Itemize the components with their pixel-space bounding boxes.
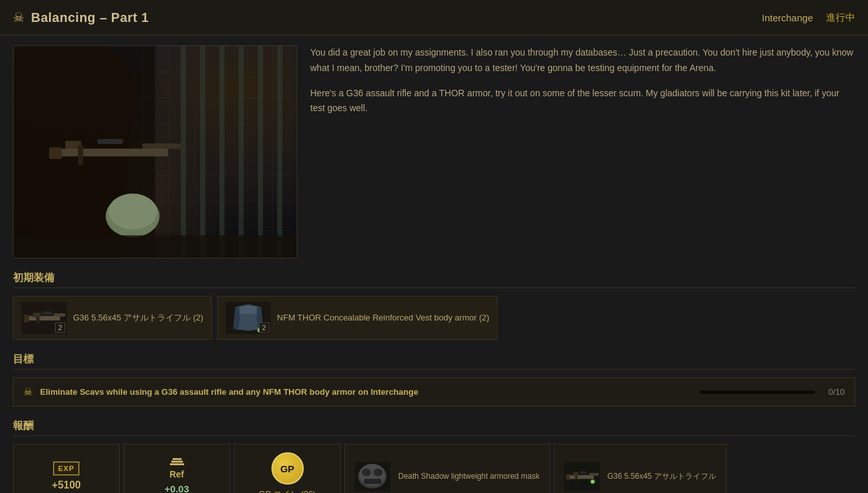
objective-text-0: Eliminate Scavs while using a G36 assaul… (40, 387, 692, 397)
svg-point-15 (108, 194, 157, 230)
ref-label: Ref (169, 469, 184, 479)
svg-rect-3 (219, 46, 224, 258)
svg-rect-31 (589, 473, 598, 476)
mission-paragraph-2: Here's a G36 assault rifle and a THOR ar… (310, 86, 855, 117)
gp-coin-text: GP (281, 463, 295, 474)
svg-rect-16 (14, 235, 296, 258)
svg-rect-21 (24, 315, 29, 322)
reward-gp: GP GP コイン (26) (234, 444, 341, 493)
location-label: Interchange (762, 12, 813, 23)
reward-rifle: G36 5.56x45 アサルトライフル (554, 444, 726, 493)
objective-count-0: 0/10 (829, 387, 845, 397)
vest-item-name: NFM THOR Concealable Reinforced Vest bod… (277, 312, 490, 324)
reward-ref: Ref +0.03 (123, 444, 230, 493)
reward-exp: EXP +5100 (13, 444, 120, 493)
ref-bar-icon (170, 458, 184, 465)
page-title: Balancing – Part 1 (31, 10, 149, 25)
rewards-grid-row1: EXP +5100 Ref +0.03 GP GP コイン (26) (13, 444, 855, 493)
objectives-section-header: 目標 (13, 353, 855, 370)
header-left: ☠ Balancing – Part 1 (13, 10, 149, 25)
svg-rect-30 (566, 475, 593, 479)
svg-rect-29 (364, 479, 381, 484)
svg-rect-1 (181, 46, 186, 258)
svg-rect-5 (258, 46, 263, 258)
exp-icon: EXP (53, 461, 79, 476)
svg-rect-18 (54, 313, 65, 317)
svg-point-28 (374, 468, 383, 476)
svg-rect-35 (579, 471, 587, 473)
svg-point-36 (590, 479, 595, 484)
rewards-section: 報酬 EXP +5100 Ref +0.03 GP (13, 419, 855, 493)
svg-rect-7 (52, 149, 168, 156)
objective-progress-bar-0 (699, 390, 816, 395)
mission-text: You did a great job on my assignments. I… (310, 45, 855, 258)
svg-rect-6 (277, 46, 282, 258)
equipment-item-rifle: 2 G36 5.56x45 アサルトライフル (2) (13, 296, 212, 340)
header: ☠ Balancing – Part 1 Interchange 進行中 (0, 0, 868, 36)
vest-count-badge: 2 (259, 322, 270, 333)
svg-rect-4 (238, 46, 244, 258)
skull-icon: ☠ (13, 10, 25, 25)
gp-coin-icon: GP (271, 452, 304, 485)
mission-paragraph-1: You did a great job on my assignments. I… (310, 45, 855, 76)
svg-rect-20 (36, 317, 39, 324)
svg-rect-34 (566, 474, 569, 480)
svg-rect-2 (200, 46, 206, 258)
header-right: Interchange 進行中 (762, 12, 855, 24)
objective-skull-icon: ☠ (23, 386, 32, 398)
svg-rect-12 (98, 139, 123, 144)
mission-image (13, 45, 297, 258)
svg-rect-33 (575, 476, 577, 481)
equipment-section: 初期装備 2 G36 5.56x45 アサルトライフル (2) (13, 271, 855, 340)
equipment-section-header: 初期装備 (13, 271, 855, 288)
svg-point-27 (362, 468, 371, 476)
svg-rect-32 (573, 472, 578, 476)
mask-item-name: Death Shadow lightweight armored mask (398, 471, 540, 482)
svg-rect-10 (78, 145, 83, 165)
gp-label: GP コイン (26) (259, 488, 316, 493)
intro-section: You did a great job on my assignments. I… (13, 45, 855, 258)
main-content: You did a great job on my assignments. I… (0, 36, 868, 493)
reward-mask: Death Shadow lightweight armored mask (344, 444, 550, 493)
svg-rect-11 (49, 147, 62, 159)
reward-rifle-name: G36 5.56x45 アサルトライフル (608, 471, 716, 482)
reward-rifle-image (564, 462, 600, 491)
svg-rect-22 (42, 311, 52, 315)
vest-item-image: ✓ 2 (226, 302, 271, 334)
rifle-item-image: 2 (21, 302, 67, 334)
status-label: 進行中 (826, 12, 855, 24)
objectives-section: 目標 ☠ Eliminate Scavs while using a G36 a… (13, 353, 855, 406)
equipment-items: 2 G36 5.56x45 アサルトライフル (2) ✓ 2 (13, 296, 855, 340)
ref-bar-2 (171, 461, 183, 463)
equipment-item-vest: ✓ 2 NFM THOR Concealable Reinforced Vest… (217, 296, 498, 340)
exp-value: +5100 (52, 479, 81, 491)
ref-bar-3 (170, 463, 184, 465)
rifle-count-badge: 2 (55, 322, 65, 333)
rewards-section-header: 報酬 (13, 419, 855, 436)
ref-value: +0.03 (165, 483, 189, 493)
svg-rect-17 (25, 316, 60, 320)
rifle-item-name: G36 5.56x45 アサルトライフル (2) (73, 312, 204, 324)
svg-rect-8 (142, 143, 181, 149)
mask-item-image (355, 462, 390, 491)
objective-item-0: ☠ Eliminate Scavs while using a G36 assa… (13, 377, 855, 406)
svg-rect-19 (33, 313, 41, 317)
ref-bar-1 (173, 458, 182, 460)
